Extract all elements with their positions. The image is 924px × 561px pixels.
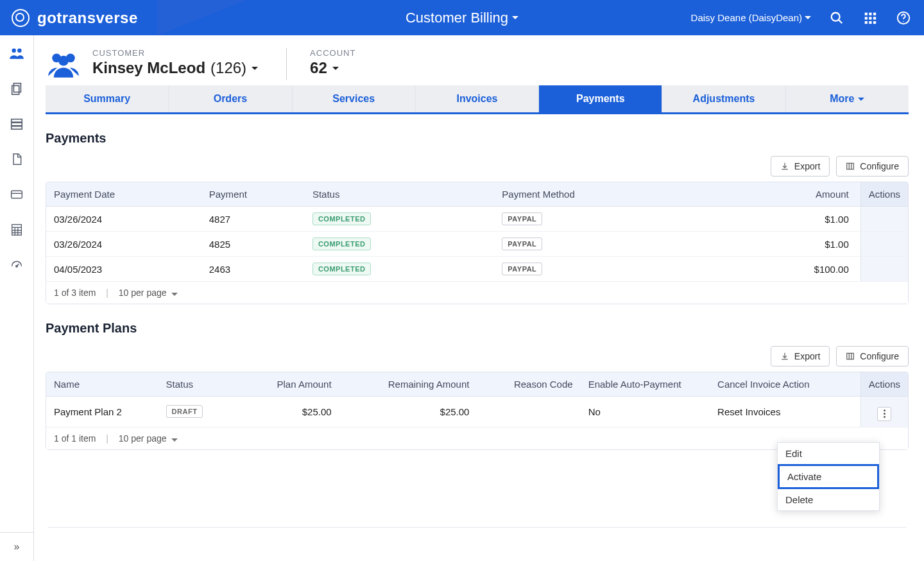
per-page-selector[interactable]: 10 per page: [119, 433, 178, 444]
svg-rect-18: [12, 123, 22, 126]
col-cancel-action[interactable]: Cancel Invoice Action: [710, 372, 860, 397]
sidebar-customers-icon[interactable]: [0, 35, 34, 71]
chevron-down-icon: [171, 438, 178, 442]
plans-header-row: Name Status Plan Amount Remaining Amount…: [46, 372, 908, 397]
table-row[interactable]: 03/26/2024 4825 COMPLETED PAYPAL $1.00: [46, 232, 908, 257]
col-name[interactable]: Name: [46, 372, 158, 397]
account-selector[interactable]: 62: [310, 59, 355, 77]
col-amount[interactable]: Amount: [701, 182, 861, 207]
svg-rect-6: [869, 17, 871, 19]
tab-bar: Summary Orders Services Invoices Payment…: [46, 85, 909, 114]
brand-logo-icon: [12, 9, 30, 27]
chevron-down-icon: [171, 293, 178, 296]
chevron-down-icon: [332, 67, 339, 70]
method-badge: PAYPAL: [502, 212, 542, 225]
download-icon: [780, 162, 789, 171]
col-status[interactable]: Status: [158, 372, 227, 397]
dropdown-activate[interactable]: Activate: [778, 464, 879, 489]
sidebar-card-icon[interactable]: [0, 177, 34, 212]
help-icon[interactable]: [896, 10, 911, 26]
method-badge: PAYPAL: [502, 263, 542, 275]
col-payment[interactable]: Payment: [201, 182, 305, 207]
export-button[interactable]: Export: [771, 156, 830, 177]
breadcrumb-separator: [286, 48, 287, 80]
svg-rect-8: [865, 21, 868, 24]
search-icon[interactable]: [829, 10, 844, 26]
status-badge: COMPLETED: [312, 263, 372, 275]
tab-services[interactable]: Services: [293, 85, 416, 112]
columns-icon: [846, 352, 855, 361]
svg-point-0: [832, 12, 840, 21]
col-autopay[interactable]: Enable Auto-Payment: [581, 372, 710, 397]
method-badge: PAYPAL: [502, 237, 542, 250]
col-actions: Actions: [860, 182, 908, 207]
section-divider: [48, 527, 906, 528]
plans-toolbar: Export Configure: [46, 346, 909, 367]
row-actions-menu-button[interactable]: [877, 407, 891, 421]
tab-more[interactable]: More: [786, 85, 909, 112]
download-icon: [780, 352, 789, 361]
svg-rect-4: [873, 12, 876, 15]
chevron-down-icon: [512, 16, 518, 19]
plans-table: Name Status Plan Amount Remaining Amount…: [46, 372, 909, 450]
col-plan-amount[interactable]: Plan Amount: [227, 372, 339, 397]
col-status[interactable]: Status: [305, 182, 494, 207]
svg-line-1: [839, 19, 843, 23]
table-row[interactable]: 04/05/2023 2463 COMPLETED PAYPAL $100.00: [46, 257, 908, 282]
header-right-tools: Daisy Deane (DaisyDean): [691, 10, 924, 26]
svg-rect-33: [847, 163, 854, 169]
per-page-selector[interactable]: 10 per page: [119, 288, 178, 298]
table-row[interactable]: 03/26/2024 4827 COMPLETED PAYPAL $1.00: [46, 207, 908, 232]
row-actions-dropdown: Edit Activate Delete: [777, 442, 880, 511]
col-actions: Actions: [860, 372, 908, 397]
tab-orders[interactable]: Orders: [169, 85, 292, 112]
sidebar-file-icon[interactable]: [0, 141, 34, 177]
chevron-down-icon: [858, 98, 864, 101]
col-remaining[interactable]: Remaining Amount: [339, 372, 477, 397]
brand-block: gotransverse: [0, 9, 138, 27]
dropdown-edit[interactable]: Edit: [778, 443, 879, 464]
customer-label: CUSTOMER: [92, 48, 258, 58]
svg-rect-15: [13, 83, 21, 92]
dropdown-delete[interactable]: Delete: [778, 489, 879, 510]
footer-count: 1 of 1 item: [54, 433, 96, 444]
customer-number: (126): [210, 59, 246, 77]
svg-rect-3: [869, 12, 871, 15]
export-button[interactable]: Export: [771, 346, 830, 367]
tab-summary[interactable]: Summary: [46, 85, 169, 112]
configure-button[interactable]: Configure: [836, 346, 909, 367]
table-row[interactable]: Payment Plan 2 DRAFT $25.00 $25.00 No Re…: [46, 397, 908, 427]
col-date[interactable]: Payment Date: [46, 182, 201, 207]
sidebar-documents-icon[interactable]: [0, 71, 34, 106]
chevron-down-icon: [805, 16, 811, 19]
svg-rect-19: [12, 126, 22, 129]
customer-selector[interactable]: Kinsey McLeod (126): [92, 59, 258, 77]
user-menu[interactable]: Daisy Deane (DaisyDean): [691, 12, 811, 23]
apps-grid-icon[interactable]: [862, 10, 878, 26]
sidebar-database-icon[interactable]: [0, 106, 34, 141]
tab-adjustments[interactable]: Adjustments: [662, 85, 785, 112]
svg-rect-17: [12, 119, 22, 122]
main-content: CUSTOMER Kinsey McLeod (126) ACCOUNT 62 …: [34, 35, 924, 561]
payments-header-row: Payment Date Payment Status Payment Meth…: [46, 182, 908, 207]
svg-rect-7: [873, 17, 876, 19]
tab-payments[interactable]: Payments: [539, 85, 662, 112]
col-method[interactable]: Payment Method: [494, 182, 701, 207]
col-reason[interactable]: Reason Code: [477, 372, 580, 397]
svg-rect-5: [865, 17, 868, 19]
user-display-name: Daisy Deane (DaisyDean): [691, 12, 802, 23]
header-title-dropdown[interactable]: Customer Billing: [406, 10, 518, 26]
sidebar-expand-toggle[interactable]: »: [0, 532, 34, 561]
customer-block: CUSTOMER Kinsey McLeod (126): [92, 47, 275, 77]
configure-button[interactable]: Configure: [836, 156, 909, 177]
svg-rect-20: [12, 191, 22, 198]
sidebar-calculator-icon[interactable]: [0, 212, 34, 247]
tab-invoices[interactable]: Invoices: [416, 85, 539, 112]
svg-rect-2: [865, 12, 868, 15]
svg-point-13: [12, 48, 16, 53]
table-footer: 1 of 3 item | 10 per page: [46, 282, 908, 304]
sidebar-dashboard-icon[interactable]: [0, 247, 34, 282]
svg-rect-10: [873, 21, 876, 24]
payments-title: Payments: [46, 131, 909, 146]
svg-rect-36: [847, 353, 854, 359]
